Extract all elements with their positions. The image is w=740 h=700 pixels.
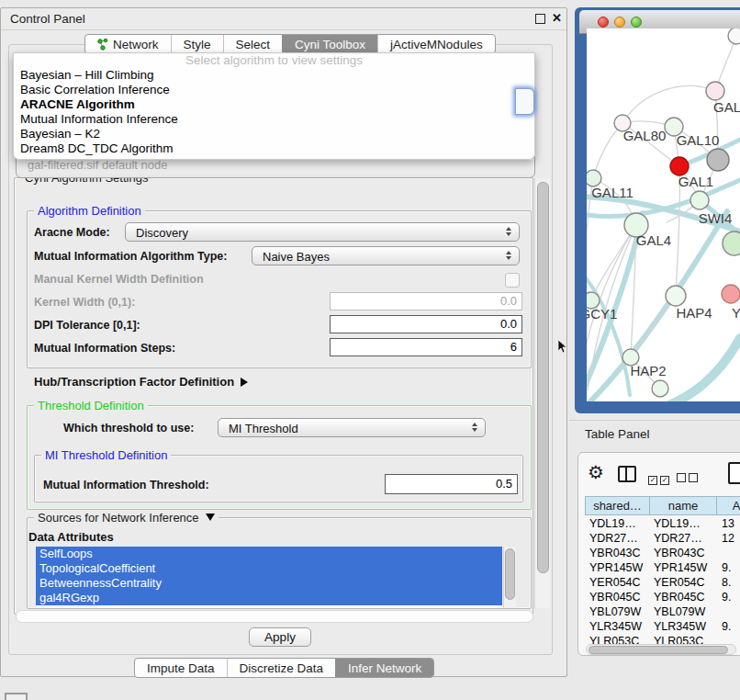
column-header-third[interactable]: A (716, 496, 740, 515)
node-gray[interactable] (707, 149, 729, 171)
settings-vertical-scrollbar[interactable] (534, 178, 550, 608)
mi-threshold-label: Mutual Information Threshold: (43, 479, 209, 491)
attributes-scrollbar-thumb[interactable] (505, 548, 515, 600)
table-cell[interactable]: YDR27… (654, 532, 702, 545)
network-edge[interactable] (593, 123, 622, 178)
table-cell[interactable]: YBL079W (589, 605, 641, 618)
table-cell[interactable]: YER054C (654, 576, 705, 589)
table-cell[interactable]: YDL19… (654, 517, 701, 530)
float-window-icon[interactable] (535, 14, 545, 24)
network-edge[interactable] (622, 86, 715, 123)
column-header-name[interactable]: name (649, 496, 717, 515)
zoom-green-icon[interactable] (631, 17, 642, 28)
which-threshold-value: MI Threshold (229, 422, 298, 435)
dropdown-item-dream8-dc-tdc-algorithm[interactable]: Dream8 DC_TDC Algorithm (14, 141, 534, 156)
sources-title[interactable]: Sources for Network Inference (34, 511, 219, 525)
expand-arrow-icon[interactable] (241, 378, 248, 387)
table-cell[interactable]: YBR045C (589, 591, 641, 604)
network-edge[interactable] (631, 296, 676, 357)
tab-cyni-toolbox[interactable]: Cyni Toolbox (282, 35, 377, 53)
kernel-width-field[interactable]: 0.0 (330, 292, 522, 310)
tab-select[interactable]: Select (223, 35, 283, 53)
node-HAP4[interactable] (666, 286, 686, 306)
node-red[interactable] (670, 157, 689, 175)
data-attributes-list[interactable]: SelfLoopsTopologicalCoefficientBetweenne… (36, 547, 502, 608)
node-pink[interactable] (706, 82, 724, 100)
close-red-icon[interactable] (598, 17, 609, 28)
table-cell[interactable]: YBR043C (654, 547, 705, 559)
unchecked-boxes-icon[interactable] (677, 469, 701, 486)
table-cell[interactable]: YDR27… (589, 532, 638, 545)
focused-combo-fragment[interactable] (515, 88, 534, 115)
aracne-mode-label: Aracne Mode: (34, 226, 110, 239)
gear-icon[interactable]: ⚙ (588, 463, 604, 481)
tab-infer-network[interactable]: Infer Network (335, 659, 433, 677)
attributes-scrollbar[interactable] (503, 547, 516, 608)
dropdown-item-bayesian-k2[interactable]: Bayesian – K2 (14, 127, 534, 141)
which-threshold-select[interactable]: MI Threshold (218, 418, 486, 437)
settings-scrollbar-thumb[interactable] (537, 182, 549, 573)
partial-bottom-button[interactable] (5, 693, 28, 700)
network-canvas[interactable]: GALGAL80GAL10GAL1GAL11SWI4GAL4GCY1HAP4YH… (587, 28, 740, 401)
table-cell[interactable]: YBR045C (654, 591, 705, 604)
table-cell[interactable]: YER054C (589, 576, 641, 589)
control-panel-titlebar: Control Panel ✕ (1, 8, 566, 30)
columns-icon[interactable] (618, 466, 636, 482)
mi-type-select[interactable]: Naive Bayes (252, 246, 520, 265)
table-file-icon[interactable] (728, 462, 740, 484)
minimize-yellow-icon[interactable] (614, 17, 625, 28)
table-cell[interactable]: 8. (722, 576, 731, 589)
close-icon[interactable]: ✕ (552, 11, 562, 25)
table-cell[interactable]: 12 (722, 532, 734, 545)
manual-kernel-checkbox[interactable] (505, 273, 520, 288)
aracne-mode-select[interactable]: Discovery (125, 222, 520, 242)
network-edge[interactable] (663, 338, 740, 401)
table-cell[interactable]: YLR345W (654, 620, 706, 633)
node-label-Y: Y (732, 305, 740, 321)
table-cell[interactable]: 9. (722, 561, 731, 574)
tab-discretize-data[interactable]: Discretize Data (227, 659, 336, 677)
dpi-tolerance-field[interactable]: 0.0 (330, 315, 522, 333)
table-cell[interactable]: 9. (722, 591, 731, 604)
table-horizontal-scrollbar[interactable] (586, 644, 736, 655)
attribute-item-gal4rgexp[interactable]: gal4RGexp (36, 591, 502, 605)
collapse-arrow-icon[interactable] (206, 514, 215, 521)
node-salmon[interactable] (722, 285, 740, 303)
tab-impute-data[interactable]: Impute Data (135, 659, 227, 677)
checked-boxes-icon[interactable]: ✓✓ (648, 469, 672, 486)
dropdown-item-mutual-information-inference[interactable]: Mutual Information Inference (14, 112, 534, 127)
table-cell[interactable]: YPR145W (589, 561, 643, 574)
node-right-green[interactable] (723, 231, 740, 255)
table-cell[interactable]: YDL19… (589, 517, 636, 530)
mi-steps-field[interactable]: 6 (330, 338, 522, 356)
tab-style[interactable]: Style (171, 35, 223, 53)
hub-definition-toggle[interactable]: Hub/Transcription Factor Definition (34, 375, 248, 389)
tab-jactivemnodules[interactable]: jActiveMNodules (377, 35, 495, 53)
mi-threshold-field[interactable]: 0.5 (385, 474, 518, 494)
dropdown-item-aracne-algorithm[interactable]: ARACNE Algorithm (14, 97, 534, 112)
apply-button[interactable]: Apply (249, 627, 311, 647)
table-cell[interactable]: 9. (722, 620, 731, 633)
dropdown-item-bayesian-hill-climbing[interactable]: Bayesian – Hill Climbing (14, 68, 534, 83)
column-header-shared-name[interactable]: shared… (585, 496, 650, 515)
table-cell[interactable]: YLR345W (589, 620, 642, 633)
dropdown-item-basic-correlation-inference[interactable]: Basic Correlation Inference (14, 83, 534, 97)
node-top-partial[interactable] (728, 28, 740, 44)
algorithm-definition-title: Algorithm Definition (34, 204, 145, 218)
attribute-item-topologicalcoefficient[interactable]: TopologicalCoefficient (36, 561, 502, 576)
table-cell[interactable]: YBR043C (589, 547, 641, 559)
settings-horizontal-scrollbar[interactable] (16, 610, 533, 623)
table-cell[interactable]: YPR145W (654, 561, 707, 574)
tab-label: Infer Network (348, 661, 421, 675)
table-scrollbar-thumb[interactable] (589, 646, 728, 654)
aracne-mode-value: Discovery (136, 226, 188, 240)
table-cell[interactable]: YBL079W (654, 605, 705, 618)
tab-network[interactable]: Network (85, 35, 171, 53)
attribute-item-selfloops[interactable]: SelfLoops (36, 547, 502, 561)
table-cell[interactable]: 13 (722, 517, 734, 530)
node-label-SWI4: SWI4 (699, 210, 733, 226)
dpi-tolerance-label: DPI Tolerance [0,1]: (34, 319, 140, 332)
node-bottom-partial[interactable] (652, 380, 668, 397)
attribute-item-betweennesscentrality[interactable]: BetweennessCentrality (36, 576, 502, 591)
node-SWI4[interactable] (690, 191, 709, 209)
